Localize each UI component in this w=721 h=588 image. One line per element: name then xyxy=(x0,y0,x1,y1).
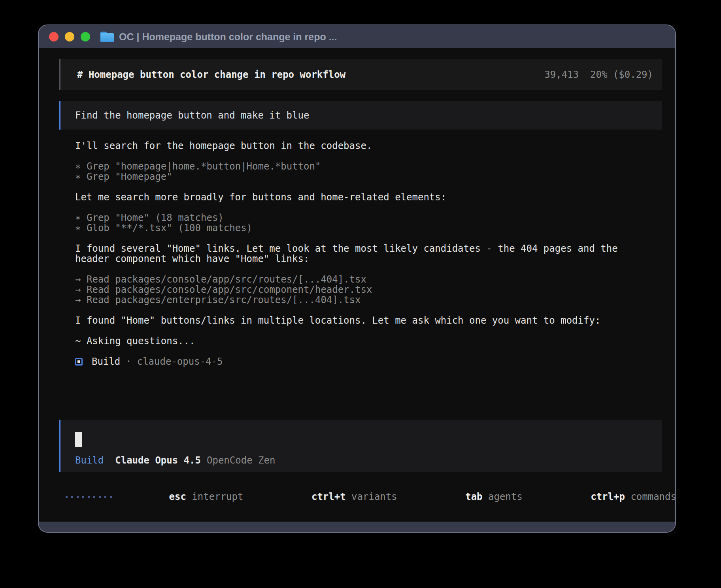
context-usage: 20% ($0.29) xyxy=(590,69,653,80)
agents-shortcut: tab agents xyxy=(408,481,523,512)
terminal-window: OC | Homepage button color change in rep… xyxy=(38,24,676,533)
tool-call-text: Glob "**/*.tsx" (100 matches) xyxy=(87,223,252,233)
shortcut-hints: ctrl+t variants tab agents ctrl+p comman… xyxy=(243,481,675,512)
session-header: # Homepage button color change in repo w… xyxy=(59,59,662,90)
assistant-response: I'll search for the homepage button in t… xyxy=(75,141,662,367)
window-title: OC | Homepage button color change in rep… xyxy=(119,31,337,43)
tool-call-group: →Read packages/console/app/src/routes/[.… xyxy=(75,274,662,305)
asking-questions-status: ~ Asking questions... xyxy=(75,336,662,346)
user-message-text: Find the homepage button and make it blu… xyxy=(75,110,309,121)
arrow-right-icon: → xyxy=(75,274,87,285)
input-model-label[interactable]: Claude Opus 4.5 xyxy=(115,455,201,466)
esc-key-label: esc xyxy=(169,491,186,502)
tool-call-grep: ∗Grep "Homepage" xyxy=(75,172,662,182)
interrupt-label: interrupt xyxy=(192,491,243,502)
asterisk-icon: ∗ xyxy=(75,172,87,182)
spinner-dots xyxy=(66,496,112,498)
session-stats: 39,41320% ($0.29) xyxy=(544,70,653,80)
tool-call-text: Read packages/console/app/src/component/… xyxy=(87,285,372,295)
token-count: 39,413 xyxy=(544,69,579,80)
window-bottom-bar xyxy=(39,522,675,532)
tool-call-grep: ∗Grep "Home" (18 matches) xyxy=(75,213,662,223)
response-candidates-line1: I found several "Home" links. Let me loo… xyxy=(75,243,662,254)
terminal-content: # Homepage button color change in repo w… xyxy=(39,48,675,522)
tool-call-group: ∗Grep "homepage|home.*button|Home.*butto… xyxy=(75,161,662,182)
user-message: Find the homepage button and make it blu… xyxy=(59,101,662,130)
status-bar: esc interrupt ctrl+t variants tab agents… xyxy=(59,481,662,512)
tool-call-group: ∗Grep "Home" (18 matches) ∗Glob "**/*.ts… xyxy=(75,213,662,233)
tool-call-read: →Read packages/console/app/src/component… xyxy=(75,285,662,295)
tool-call-text: Read packages/console/app/src/routes/[..… xyxy=(87,274,366,285)
agent-separator: · xyxy=(126,356,131,367)
input-meta: Build Claude Opus 4.5 OpenCode Zen xyxy=(75,455,662,466)
maximize-button[interactable] xyxy=(81,32,90,41)
window-controls xyxy=(49,32,90,41)
agent-model: claude-opus-4-5 xyxy=(137,356,223,367)
input-provider-label: OpenCode Zen xyxy=(207,455,275,466)
tool-call-text: Read packages/enterprise/src/routes/[...… xyxy=(87,295,361,305)
tool-call-read: →Read packages/console/app/src/routes/[.… xyxy=(75,274,662,285)
tool-call-text: Grep "Homepage" xyxy=(87,172,172,182)
response-candidates: I found several "Home" links. Let me loo… xyxy=(75,243,662,264)
session-title: # Homepage button color change in repo w… xyxy=(77,70,544,80)
minimize-button[interactable] xyxy=(65,32,74,41)
interrupt-hint: esc interrupt xyxy=(123,481,243,512)
arrow-right-icon: → xyxy=(75,285,87,295)
tool-call-text: Grep "Home" (18 matches) xyxy=(87,213,224,223)
asterisk-icon: ∗ xyxy=(75,223,87,233)
tool-call-glob: ∗Glob "**/*.tsx" (100 matches) xyxy=(75,223,662,233)
input-agent-label[interactable]: Build xyxy=(75,455,104,466)
close-button[interactable] xyxy=(49,32,59,41)
response-ask: I found "Home" buttons/links in multiple… xyxy=(75,315,662,326)
folder-icon xyxy=(100,32,114,42)
tool-call-read: →Read packages/enterprise/src/routes/[..… xyxy=(75,295,662,305)
agent-name: Build xyxy=(92,356,120,367)
text-cursor xyxy=(75,432,82,447)
response-broaden: Let me search more broadly for buttons a… xyxy=(75,192,662,202)
response-intro: I'll search for the homepage button in t… xyxy=(75,141,662,151)
tool-call-text: Grep "homepage|home.*button|Home.*button… xyxy=(87,161,321,172)
asterisk-icon: ∗ xyxy=(75,161,87,172)
variants-shortcut: ctrl+t variants xyxy=(254,481,397,512)
commands-shortcut: ctrl+p commands xyxy=(534,481,675,512)
tool-call-grep: ∗Grep "homepage|home.*button|Home.*butto… xyxy=(75,161,662,172)
build-agent-icon xyxy=(75,358,83,366)
response-candidates-line2: header component which have "Home" links… xyxy=(75,254,662,264)
titlebar: OC | Homepage button color change in rep… xyxy=(39,25,675,48)
arrow-right-icon: → xyxy=(75,295,87,305)
asterisk-icon: ∗ xyxy=(75,213,87,223)
agent-row: Build · claude-opus-4-5 xyxy=(75,356,662,367)
prompt-input[interactable]: Build Claude Opus 4.5 OpenCode Zen xyxy=(59,420,662,472)
